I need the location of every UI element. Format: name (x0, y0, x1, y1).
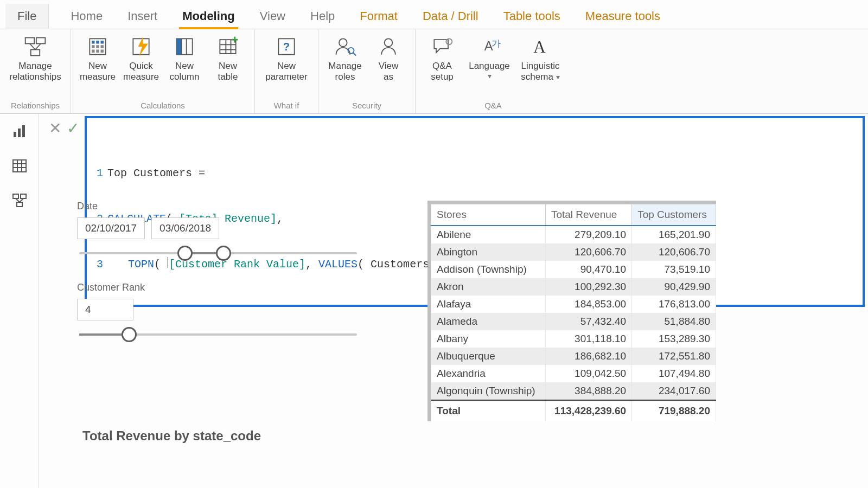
tab-modeling[interactable]: Modeling (179, 5, 238, 29)
table-row[interactable]: Albany301,118.10153,289.30 (431, 330, 716, 348)
tab-insert[interactable]: Insert (124, 5, 161, 29)
cell-revenue: 109,042.50 (545, 365, 631, 382)
table-row[interactable]: Addison (Township)90,470.1073,519.10 (431, 261, 716, 278)
tab-measure-tools[interactable]: Measure tools (582, 5, 663, 29)
ribbon-group-whatif: ? New parameter What if (255, 29, 318, 113)
report-view-button[interactable] (9, 120, 30, 142)
cell-top-customers: 73,519.10 (632, 261, 716, 278)
total-top-customers: 719,888.20 (632, 400, 716, 421)
col-total-revenue[interactable]: Total Revenue (545, 204, 631, 226)
date-slider-handle-to[interactable] (216, 246, 231, 261)
col-top-customers[interactable]: Top Customers (632, 204, 716, 226)
qa-setup-icon (430, 35, 454, 59)
new-column-label2: column (170, 72, 200, 82)
relationships-icon (23, 35, 47, 59)
formula-commit-button[interactable]: ✓ (67, 119, 79, 137)
date-to-input[interactable]: 03/06/2018 (151, 217, 219, 239)
cell-revenue: 184,853.00 (545, 296, 631, 313)
new-parameter-label2: parameter (265, 72, 307, 82)
tab-file[interactable]: File (5, 4, 49, 29)
tab-view[interactable]: View (257, 5, 289, 29)
svg-rect-38 (14, 132, 16, 137)
ribbon-group-relationships: Manage relationships Relationships (0, 29, 71, 113)
measure-icon (86, 35, 110, 59)
manage-roles-button[interactable]: Manage roles (324, 33, 366, 85)
tab-help[interactable]: Help (307, 5, 338, 29)
customer-rank-slicer[interactable]: Customer Rank 4 (77, 282, 359, 341)
ribbon-group-label-security: Security (352, 100, 381, 112)
total-label: Total (431, 400, 546, 421)
tab-data-drill[interactable]: Data / Drill (419, 5, 482, 29)
cell-revenue: 100,292.30 (545, 278, 631, 296)
stores-table-visual[interactable]: Stores Total Revenue Top Customers Abile… (427, 201, 716, 421)
svg-point-33 (385, 38, 393, 47)
formula-cancel-button[interactable]: ✕ (49, 119, 61, 137)
col-stores[interactable]: Stores (431, 204, 546, 226)
new-measure-label2: measure (80, 72, 116, 82)
data-view-button[interactable] (9, 155, 30, 177)
svg-marker-16 (138, 37, 148, 57)
table-row[interactable]: Alexandria109,042.50107,494.80 (431, 365, 716, 382)
language-button[interactable]: A가 Language ▾ (464, 33, 514, 83)
model-view-button[interactable] (9, 190, 30, 211)
date-from-input[interactable]: 02/10/2017 (77, 217, 145, 239)
rank-slider-track[interactable] (79, 333, 357, 336)
view-as-button[interactable]: View as (367, 33, 410, 85)
cell-store: Abington (431, 243, 546, 261)
language-icon: A가 (477, 35, 501, 59)
quick-measure-button[interactable]: Quick measure (120, 33, 162, 85)
cell-revenue: 90,470.10 (545, 261, 631, 278)
rank-value-input[interactable]: 4 (77, 299, 133, 320)
linguistic-schema-icon: A (528, 35, 552, 59)
tab-table-tools[interactable]: Table tools (500, 5, 564, 29)
qa-setup-button[interactable]: Q&A setup (421, 33, 463, 85)
date-slicer-title: Date (77, 201, 359, 212)
new-column-button[interactable]: New column (163, 33, 206, 85)
new-measure-button[interactable]: New measure (76, 33, 119, 85)
data-view-icon (11, 158, 28, 174)
svg-rect-12 (92, 50, 95, 53)
table-row[interactable]: Abilene279,209.10165,201.90 (431, 226, 716, 243)
quick-measure-label1: Quick (129, 61, 152, 72)
svg-rect-0 (25, 38, 34, 44)
cell-store: Algonquin (Township) (431, 382, 546, 400)
svg-rect-1 (36, 38, 45, 44)
new-table-button[interactable]: New table (207, 33, 249, 85)
table-row[interactable]: Akron100,292.3090,429.90 (431, 278, 716, 296)
cell-store: Alafaya (431, 296, 546, 313)
svg-line-3 (30, 44, 35, 50)
svg-rect-6 (92, 41, 95, 44)
cell-store: Albuquerque (431, 348, 546, 365)
tab-home[interactable]: Home (67, 5, 106, 29)
language-label: Language (469, 61, 510, 72)
chevron-down-icon: ▾ (556, 73, 560, 81)
chart-title: Total Revenue by state_code (82, 428, 261, 444)
new-table-label1: New (219, 61, 237, 72)
date-slicer[interactable]: Date 02/10/2017 03/06/2018 (77, 201, 359, 260)
date-slider-track[interactable] (79, 252, 357, 254)
new-parameter-button[interactable]: ? New parameter (260, 33, 312, 85)
svg-text:?: ? (283, 41, 290, 53)
tab-format[interactable]: Format (356, 5, 401, 29)
linguistic-schema-button[interactable]: A Linguistic schema ▾ (515, 33, 565, 85)
cell-revenue: 57,432.40 (545, 313, 631, 330)
cell-top-customers: 153,289.30 (632, 330, 716, 348)
linguistic-schema-label1: Linguistic (521, 61, 560, 72)
cell-top-customers: 51,884.80 (632, 313, 716, 330)
report-canvas: ✕ ✓ Dy 1Top Customers = 2CALCULATE( [Tot… (39, 114, 868, 488)
date-slider-handle-from[interactable] (177, 246, 193, 261)
svg-point-30 (339, 38, 347, 47)
table-row[interactable]: Alameda57,432.4051,884.80 (431, 313, 716, 330)
manage-roles-label2: roles (335, 72, 355, 82)
cell-store: Addison (Township) (431, 261, 546, 278)
table-row[interactable]: Alafaya184,853.00176,813.00 (431, 296, 716, 313)
rank-slider-handle[interactable] (122, 327, 137, 342)
table-row[interactable]: Algonquin (Township)384,888.20234,017.60 (431, 382, 716, 400)
table-row[interactable]: Abington120,606.70120,606.70 (431, 243, 716, 261)
manage-relationships-button[interactable]: Manage relationships (5, 33, 65, 85)
table-row[interactable]: Albuquerque186,682.10172,551.80 (431, 348, 716, 365)
svg-rect-47 (21, 194, 26, 198)
manage-roles-icon (333, 35, 357, 59)
svg-rect-40 (22, 125, 25, 137)
cell-top-customers: 107,494.80 (632, 365, 716, 382)
